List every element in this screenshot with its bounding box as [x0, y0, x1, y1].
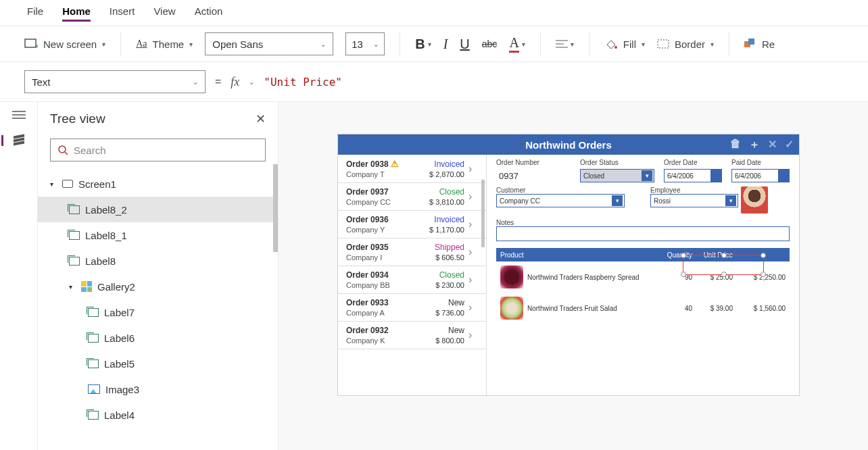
order-date-label: Order Date — [664, 159, 722, 166]
label-icon — [88, 411, 99, 420]
list-scrollbar[interactable] — [481, 180, 485, 247]
tree-item-label8[interactable]: Label8 — [38, 248, 278, 274]
label-icon — [88, 334, 99, 343]
fill-button[interactable]: Fill ▾ — [604, 38, 645, 50]
product-header-row: Product Quantity Unit Price — [496, 248, 790, 261]
order-row[interactable]: Order 0932 New › Company K $ 800.00 — [338, 322, 486, 349]
menu-bar: File Home Insert View Action — [0, 0, 868, 26]
app-header: Northwind Orders 🗑 ＋ ✕ ✓ — [338, 134, 799, 155]
employee-select[interactable]: Rossi▾ — [650, 194, 738, 207]
screen-plus-icon: + — [24, 39, 38, 49]
order-row[interactable]: Order 0936 Invoiced › Company Y $ 1,170.… — [338, 211, 486, 239]
tree-item-label4[interactable]: Label4 — [38, 402, 278, 428]
svg-rect-6 — [658, 40, 669, 48]
theme-button[interactable]: Aa Theme ▾ — [136, 39, 193, 50]
order-number-label: Order Number — [496, 159, 571, 166]
fill-label: Fill — [623, 39, 636, 50]
menu-view[interactable]: View — [153, 5, 175, 22]
menu-file[interactable]: File — [27, 5, 43, 22]
tree-item-label7[interactable]: Label7 — [38, 299, 278, 325]
notes-label: Notes — [496, 219, 790, 226]
property-value: Text — [32, 76, 51, 88]
canvas-area[interactable]: Northwind Orders 🗑 ＋ ✕ ✓ Order 0938 ⚠ In… — [279, 102, 868, 450]
menu-action[interactable]: Action — [195, 5, 223, 22]
reorder-label: Re — [762, 39, 775, 50]
chevron-down-icon: ⌄ — [320, 41, 326, 48]
tree-item-image3[interactable]: Image3 — [38, 376, 278, 402]
order-row[interactable]: Order 0933 New › Company A $ 736.00 — [338, 294, 486, 322]
order-number-value: 0937 — [496, 169, 571, 182]
notes-input[interactable] — [496, 226, 790, 241]
search-input[interactable]: Search — [50, 139, 266, 161]
search-placeholder: Search — [74, 145, 106, 156]
employee-label: Employee — [650, 186, 731, 194]
orders-list[interactable]: Order 0938 ⚠ Invoiced › Company T $ 2,87… — [338, 155, 487, 395]
product-header: Product — [500, 251, 652, 259]
gallery-icon — [81, 281, 92, 292]
underline-button[interactable]: U — [460, 36, 469, 52]
product-row[interactable]: Northwind Traders Raspberry Spread90$ 25… — [496, 261, 790, 293]
chevron-down-icon: ▾ — [642, 170, 652, 181]
italic-button[interactable]: I — [443, 36, 448, 52]
font-size-select[interactable]: 13 ⌄ — [345, 32, 385, 55]
strike-button[interactable]: abc — [482, 39, 498, 49]
check-icon[interactable]: ✓ — [785, 138, 794, 152]
quantity-header: Quantity — [652, 251, 692, 259]
chevron-down-icon: ⌄ — [373, 41, 379, 48]
svg-rect-8 — [748, 39, 754, 45]
product-thumb — [500, 297, 523, 320]
fx-icon: fx — [231, 75, 239, 89]
paid-date-input[interactable]: 6/4/2006 — [731, 169, 790, 182]
tree-item-gallery2[interactable]: ▾Gallery2 — [38, 274, 278, 299]
svg-point-12 — [59, 146, 66, 153]
label-icon — [69, 205, 80, 214]
order-row[interactable]: Order 0937 Closed › Company CC $ 3,810.0… — [338, 183, 486, 211]
unitprice-header: Unit Price — [692, 251, 733, 259]
bold-button[interactable]: B▾ — [415, 36, 431, 52]
customer-select[interactable]: Company CC▾ — [496, 194, 625, 207]
tree-item-label5[interactable]: Label5 — [38, 351, 278, 376]
paid-date-label: Paid Date — [731, 159, 790, 166]
tree-item-screen1[interactable]: ▾Screen1 — [38, 171, 278, 197]
close-icon[interactable]: ✕ — [256, 111, 266, 126]
order-row[interactable]: Order 0935 Shipped › Company I $ 606.50 — [338, 239, 486, 266]
chevron-down-icon: ▾ — [102, 41, 105, 48]
order-status-select[interactable]: Closed▾ — [580, 169, 654, 182]
formula-input[interactable]: "Unit Price" — [264, 76, 342, 89]
font-family-select[interactable]: Open Sans ⌄ — [205, 32, 333, 55]
tree-item-label6[interactable]: Label6 — [38, 325, 278, 351]
plus-icon[interactable]: ＋ — [749, 138, 760, 152]
product-row[interactable]: Northwind Traders Fruit Salad40$ 39.00$ … — [496, 293, 790, 324]
employee-avatar — [741, 186, 768, 214]
order-detail: Order Number Order Status Order Date Pai… — [487, 155, 799, 395]
tree-scrollbar[interactable] — [273, 164, 278, 252]
property-select[interactable]: Text ⌄ — [24, 70, 206, 93]
chevron-down-icon[interactable]: ⌄ — [249, 78, 254, 86]
tree-view-rail-button[interactable] — [1, 135, 26, 146]
menu-insert[interactable]: Insert — [110, 5, 135, 22]
product-thumb — [500, 266, 523, 289]
theme-icon: Aa — [136, 39, 147, 49]
order-row[interactable]: Order 0934 Closed › Company BB $ 230.00 — [338, 266, 486, 294]
font-color-button[interactable]: A▾ — [509, 35, 525, 53]
hamburger-icon[interactable] — [12, 110, 26, 122]
align-button[interactable]: ▾ — [556, 39, 574, 49]
new-screen-button[interactable]: + New screen ▾ — [24, 39, 105, 50]
tree-item-label8-2[interactable]: Label8_2 — [38, 197, 278, 222]
font-size-value: 13 — [352, 39, 363, 50]
reorder-button[interactable]: Re — [744, 39, 775, 50]
trash-icon[interactable]: 🗑 — [730, 138, 741, 152]
chevron-down-icon: ▾ — [189, 41, 193, 48]
align-icon — [556, 39, 568, 49]
app-title: Northwind Orders — [525, 139, 612, 151]
search-icon — [57, 145, 68, 155]
tree-item-label8-1[interactable]: Label8_1 — [38, 222, 278, 248]
menu-home[interactable]: Home — [62, 5, 91, 22]
order-row[interactable]: Order 0938 ⚠ Invoiced › Company T $ 2,87… — [338, 155, 486, 183]
chevron-down-icon: ▾ — [725, 195, 736, 206]
border-button[interactable]: Border ▾ — [657, 39, 714, 50]
order-date-input[interactable]: 6/4/2006 — [664, 169, 722, 182]
new-screen-label: New screen — [43, 39, 97, 50]
cancel-icon[interactable]: ✕ — [768, 138, 777, 152]
font-family-value: Open Sans — [212, 39, 263, 50]
